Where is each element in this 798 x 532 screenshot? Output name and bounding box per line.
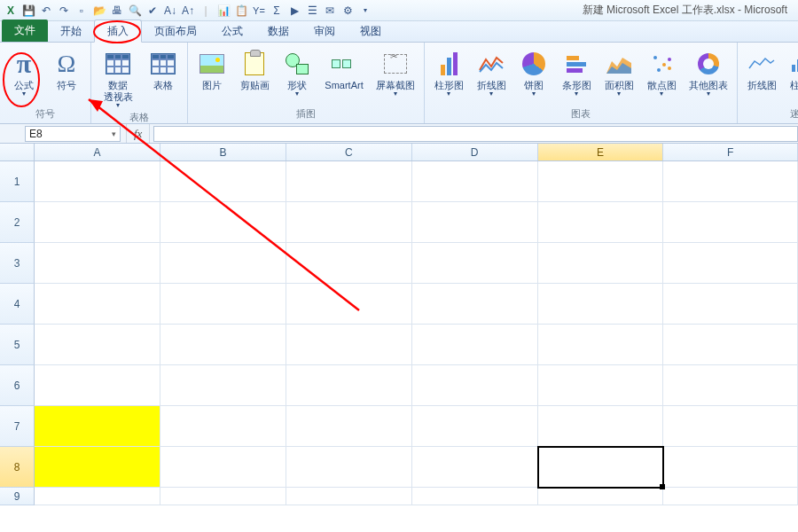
cell-C1[interactable]	[286, 161, 412, 202]
new-icon[interactable]: ▫	[74, 4, 89, 18]
cell-F6[interactable]	[663, 365, 798, 406]
cell-A2[interactable]	[35, 202, 160, 243]
row-header-8[interactable]: 8	[0, 447, 35, 488]
tab-formulas[interactable]: 公式	[209, 20, 255, 42]
filter-icon[interactable]: Y=	[252, 4, 266, 18]
cell-A3[interactable]	[35, 243, 160, 284]
cell-D1[interactable]	[412, 161, 538, 202]
row-header-2[interactable]: 2	[0, 202, 35, 243]
form-icon[interactable]: ☰	[305, 4, 319, 18]
cell-B3[interactable]	[160, 243, 286, 284]
col-header-f[interactable]: F	[663, 144, 798, 160]
sortdesc-icon[interactable]: A↑	[181, 4, 195, 18]
col-header-b[interactable]: B	[160, 144, 286, 160]
cell-C9[interactable]	[286, 488, 412, 505]
cell-C4[interactable]	[286, 284, 412, 325]
areachart-button[interactable]: 面积图 ▾	[600, 46, 638, 98]
cell-D4[interactable]	[412, 284, 538, 325]
cell-C6[interactable]	[286, 365, 412, 406]
tab-view[interactable]: 视图	[348, 20, 394, 42]
row-header-4[interactable]: 4	[0, 284, 35, 325]
col-header-c[interactable]: C	[286, 144, 412, 160]
cell-E4[interactable]	[538, 284, 664, 325]
clipart-button[interactable]: 剪贴画	[236, 46, 273, 91]
sortasc-icon[interactable]: A↓	[163, 4, 177, 18]
cell-E8[interactable]	[538, 447, 664, 488]
row-header-7[interactable]: 7	[0, 406, 35, 447]
cell-D8[interactable]	[412, 447, 538, 488]
cell-F8[interactable]	[663, 447, 798, 488]
redo-icon[interactable]: ↷	[57, 4, 71, 18]
tab-layout[interactable]: 页面布局	[142, 20, 209, 42]
tab-review[interactable]: 审阅	[301, 20, 348, 42]
row-header-5[interactable]: 5	[0, 325, 35, 365]
quickprint-icon[interactable]: 🖶	[110, 4, 124, 18]
paste-icon[interactable]: 📋	[234, 4, 248, 18]
equation-button[interactable]: π 公式 ▾	[5, 46, 43, 98]
cell-F5[interactable]	[663, 325, 798, 365]
cell-A6[interactable]	[35, 365, 160, 406]
cell-F7[interactable]	[663, 406, 798, 447]
cell-C5[interactable]	[286, 325, 412, 365]
cell-D2[interactable]	[412, 202, 538, 243]
smartart-button[interactable]: SmartArt	[321, 46, 367, 91]
formula-input[interactable]	[153, 126, 798, 142]
cell-E6[interactable]	[538, 365, 664, 406]
barchart-button[interactable]: 条形图 ▾	[558, 46, 595, 98]
cell-E1[interactable]	[538, 161, 664, 202]
columnchart-button[interactable]: 柱形图 ▾	[430, 46, 467, 98]
cell-D9[interactable]	[412, 488, 538, 505]
cell-E5[interactable]	[538, 325, 664, 365]
col-header-a[interactable]: A	[35, 144, 160, 160]
save-icon[interactable]: 💾	[21, 4, 35, 18]
cell-B5[interactable]	[160, 325, 286, 365]
cell-D6[interactable]	[412, 365, 538, 406]
symbol-button[interactable]: Ω 符号	[48, 46, 85, 91]
tab-home[interactable]: 开始	[48, 20, 94, 42]
cell-B9[interactable]	[160, 488, 286, 505]
sparkcolumn-button[interactable]: 柱形图	[786, 46, 798, 91]
cell-D5[interactable]	[412, 325, 538, 365]
cell-B8[interactable]	[160, 447, 286, 488]
cell-A8[interactable]	[35, 447, 160, 488]
cell-E3[interactable]	[538, 243, 664, 284]
cell-D3[interactable]	[412, 243, 538, 284]
cell-B7[interactable]	[160, 406, 286, 447]
cell-B2[interactable]	[160, 202, 286, 243]
shapes-button[interactable]: 形状 ▾	[278, 46, 316, 98]
screenshot-button[interactable]: 屏幕截图 ▾	[372, 46, 419, 98]
cell-B4[interactable]	[160, 284, 286, 325]
cell-A1[interactable]	[35, 161, 160, 202]
calc-icon[interactable]: Σ	[270, 4, 284, 18]
chart-icon[interactable]: 📊	[216, 4, 231, 18]
macro-icon[interactable]: ▶	[287, 4, 301, 18]
col-header-e[interactable]: E	[538, 144, 664, 160]
picture-button[interactable]: 图片	[193, 46, 231, 91]
tab-file[interactable]: 文件	[2, 20, 48, 42]
tab-data[interactable]: 数据	[255, 20, 301, 42]
chevron-down-icon[interactable]: ▾	[112, 129, 116, 138]
preview-icon[interactable]: 🔍	[128, 4, 142, 18]
sparkline-button[interactable]: 折线图	[743, 46, 780, 91]
props-icon[interactable]: ⚙	[340, 4, 355, 18]
cell-E9[interactable]	[538, 488, 664, 505]
cell-F2[interactable]	[663, 202, 798, 243]
cell-A5[interactable]	[35, 325, 160, 365]
select-all-corner[interactable]	[0, 144, 35, 160]
fx-label[interactable]: fx	[126, 124, 150, 143]
pivottable-button[interactable]: 数据 透视表 ▾	[97, 46, 139, 109]
cell-C3[interactable]	[286, 243, 412, 284]
cell-C8[interactable]	[286, 447, 412, 488]
scatterchart-button[interactable]: 散点图 ▾	[643, 46, 680, 98]
cell-F4[interactable]	[663, 284, 798, 325]
qat-dropdown-icon[interactable]: ▾	[358, 4, 372, 18]
cell-B6[interactable]	[160, 365, 286, 406]
row-header-3[interactable]: 3	[0, 243, 35, 284]
undo-icon[interactable]: ↶	[39, 4, 53, 18]
spell-icon[interactable]: ✔	[145, 4, 160, 18]
row-header-1[interactable]: 1	[0, 161, 35, 202]
cell-F9[interactable]	[663, 488, 798, 505]
name-box[interactable]: E8 ▾	[25, 126, 121, 142]
cell-A7[interactable]	[35, 406, 160, 447]
cell-A9[interactable]	[35, 488, 160, 505]
